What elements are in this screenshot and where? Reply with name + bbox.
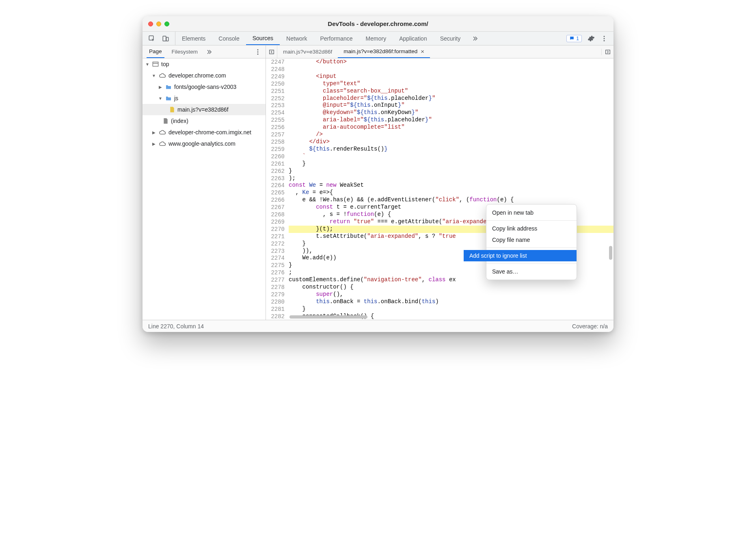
line-number-gutter[interactable]: 2247224822492250225122522253225422552256… <box>266 58 289 320</box>
more-tabs-chevron-icon[interactable] <box>467 32 482 45</box>
line-number[interactable]: 2261 <box>266 161 285 168</box>
code-line[interactable]: } <box>289 168 613 175</box>
panel-tab-sources[interactable]: Sources <box>246 32 280 45</box>
line-number[interactable]: 2264 <box>266 182 285 190</box>
code-line[interactable]: super(), <box>289 291 613 298</box>
navigator-more-chevron-icon[interactable] <box>205 48 212 56</box>
line-number[interactable]: 2279 <box>266 291 285 299</box>
code-line[interactable]: , Ke = e=>{ <box>289 189 613 196</box>
editor-tab-original[interactable]: main.js?v=e382d86f <box>277 45 338 58</box>
navigator-tab-page[interactable]: Page <box>147 45 164 58</box>
ctx-add-ignore-list[interactable]: Add script to ignore list <box>464 250 577 261</box>
line-number[interactable]: 2281 <box>266 306 285 313</box>
line-number[interactable]: 2270 <box>266 226 285 233</box>
line-number[interactable]: 2251 <box>266 88 285 95</box>
line-number[interactable]: 2259 <box>266 146 285 153</box>
code-line[interactable]: this.onBack = this.onBack.bind(this) <box>289 298 613 306</box>
line-number[interactable]: 2271 <box>266 233 285 241</box>
code-line[interactable]: type="text" <box>289 80 613 88</box>
tree-item-domain[interactable]: ▼ developer.chrome.com <box>143 70 266 81</box>
tree-item-imgix[interactable]: ▶ developer-chrome-com.imgix.net <box>143 127 266 138</box>
line-number[interactable]: 2275 <box>266 262 285 269</box>
code-line[interactable]: @keydown="${this.onKeyDown}" <box>289 109 613 116</box>
panel-tab-application[interactable]: Application <box>393 32 434 45</box>
code-line[interactable]: placeholder="${this.placeholder}" <box>289 95 613 102</box>
line-number[interactable]: 2253 <box>266 102 285 110</box>
tree-item-fonts-folder[interactable]: ▶ fonts/google-sans-v2003 <box>143 81 266 93</box>
code-line[interactable] <box>289 66 613 73</box>
tree-item-js-folder[interactable]: ▼ js <box>143 93 266 104</box>
code-line[interactable]: } <box>289 306 613 313</box>
panel-tab-memory[interactable]: Memory <box>359 32 393 45</box>
line-number[interactable]: 2256 <box>266 124 285 131</box>
ctx-copy-link[interactable]: Copy link address <box>486 223 577 234</box>
panel-tab-performance[interactable]: Performance <box>313 32 359 45</box>
line-number[interactable]: 2262 <box>266 168 285 175</box>
editor-tab-formatted[interactable]: main.js?v=e382d86f:formatted × <box>338 45 430 58</box>
line-number[interactable]: 2260 <box>266 153 285 161</box>
navigator-tab-filesystem[interactable]: Filesystem <box>169 45 201 58</box>
line-number[interactable]: 2250 <box>266 81 285 88</box>
toggle-debugger-pane-icon[interactable] <box>601 49 613 55</box>
line-number[interactable]: 2276 <box>266 269 285 277</box>
line-number[interactable]: 2247 <box>266 59 285 66</box>
line-number[interactable]: 2249 <box>266 73 285 81</box>
console-messages-badge[interactable]: 1 <box>566 35 582 42</box>
code-line[interactable]: /> <box>289 131 613 138</box>
code-line[interactable]: ); <box>289 175 613 182</box>
line-number[interactable]: 2277 <box>266 277 285 284</box>
inspect-element-icon[interactable] <box>148 35 156 42</box>
line-number[interactable]: 2274 <box>266 255 285 262</box>
line-number[interactable]: 2280 <box>266 299 285 306</box>
code-line[interactable]: </button> <box>289 58 613 66</box>
line-number[interactable]: 2269 <box>266 219 285 226</box>
line-number[interactable]: 2282 <box>266 313 285 321</box>
line-number[interactable]: 2267 <box>266 204 285 211</box>
navigator-kebab-icon[interactable] <box>250 48 266 56</box>
navigator-tree[interactable]: ▼ top ▼ developer.chrome.com ▶ fonts/goo… <box>143 58 266 320</box>
code-line[interactable]: <input <box>289 73 613 80</box>
kebab-menu-icon[interactable] <box>600 35 608 42</box>
panel-tab-security[interactable]: Security <box>434 32 467 45</box>
device-toolbar-icon[interactable] <box>162 35 169 42</box>
horizontal-scrollbar[interactable] <box>289 315 367 319</box>
code-line[interactable]: aria-label="${this.placeholder}" <box>289 116 613 124</box>
close-tab-icon[interactable]: × <box>421 48 424 55</box>
ctx-copy-file-name[interactable]: Copy file name <box>486 234 577 246</box>
code-line[interactable]: aria-autocomplete="list" <box>289 124 613 131</box>
code-line[interactable]: e && !We.has(e) && (e.addEventListener("… <box>289 196 613 204</box>
code-line[interactable]: ${this.renderResults()} <box>289 146 613 153</box>
code-line[interactable]: </div> <box>289 138 613 146</box>
line-number[interactable]: 2278 <box>266 284 285 291</box>
line-number[interactable]: 2265 <box>266 190 285 197</box>
code-line[interactable]: class="search-box__input" <box>289 88 613 95</box>
line-number[interactable]: 2257 <box>266 131 285 139</box>
toggle-navigator-icon[interactable] <box>266 45 277 58</box>
line-number[interactable]: 2258 <box>266 139 285 146</box>
panel-tab-console[interactable]: Console <box>212 32 246 45</box>
line-number[interactable]: 2255 <box>266 117 285 124</box>
vertical-scrollbar[interactable] <box>609 246 612 260</box>
ctx-save-as[interactable]: Save as… <box>486 266 577 277</box>
tree-item-index[interactable]: (index) <box>143 115 266 127</box>
line-number[interactable]: 2273 <box>266 248 285 255</box>
tree-item-top[interactable]: ▼ top <box>143 58 266 70</box>
code-line[interactable]: } <box>289 160 613 168</box>
panel-tab-network[interactable]: Network <box>280 32 313 45</box>
line-number[interactable]: 2254 <box>266 110 285 117</box>
settings-icon[interactable] <box>588 35 595 42</box>
code-line[interactable]: @input="${this.onInput}" <box>289 102 613 109</box>
code-line[interactable]: constructor() { <box>289 284 613 291</box>
line-number[interactable]: 2272 <box>266 241 285 248</box>
code-line[interactable]: const We = new WeakSet <box>289 182 613 189</box>
tree-item-mainjs[interactable]: main.js?v=e382d86f <box>143 104 266 115</box>
line-number[interactable]: 2248 <box>266 66 285 73</box>
line-number[interactable]: 2266 <box>266 197 285 204</box>
code-content[interactable]: </button> <input type="text" class="sear… <box>289 58 613 320</box>
panel-tab-elements[interactable]: Elements <box>175 32 212 45</box>
code-line[interactable]: ` <box>289 153 613 160</box>
line-number[interactable]: 2268 <box>266 211 285 219</box>
line-number[interactable]: 2252 <box>266 95 285 103</box>
ctx-open-new-tab[interactable]: Open in new tab <box>486 207 577 218</box>
tree-item-ga[interactable]: ▶ www.google-analytics.com <box>143 138 266 149</box>
